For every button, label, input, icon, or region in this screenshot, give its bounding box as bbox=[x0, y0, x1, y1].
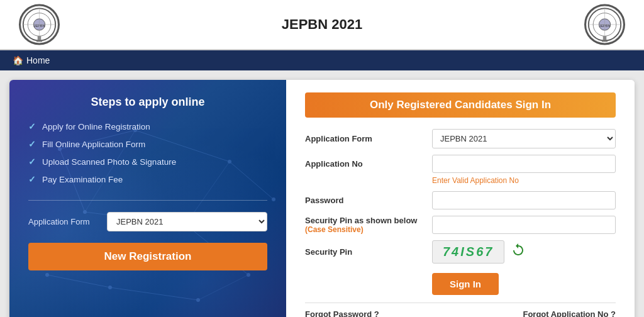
divider bbox=[28, 200, 267, 201]
step-3: ✓ Upload Scanned Photo & Signature bbox=[28, 157, 267, 167]
security-pin-label: Security Pin as shown below bbox=[305, 216, 425, 225]
check-icon-4: ✓ bbox=[28, 174, 36, 184]
left-app-form-row: Application Form JEPBN 2021 bbox=[28, 212, 267, 231]
home-label: Home bbox=[26, 55, 50, 65]
steps-list: ✓ Apply for Online Registration ✓ Fill O… bbox=[28, 121, 267, 184]
left-panel: Steps to apply online ✓ Apply for Online… bbox=[9, 80, 286, 317]
password-input[interactable] bbox=[432, 191, 616, 209]
app-no-input[interactable] bbox=[432, 155, 616, 173]
svg-rect-7 bbox=[36, 40, 42, 42]
right-panel-header: Only Registered Candidates Sign In bbox=[305, 92, 616, 118]
step-4-label: Pay Examination Fee bbox=[42, 175, 123, 184]
step-1-label: Apply for Online Registration bbox=[42, 122, 150, 131]
left-app-form-label: Application Form bbox=[28, 217, 101, 226]
home-icon: 🏠 bbox=[13, 55, 23, 65]
right-panel: Only Registered Candidates Sign In Appli… bbox=[286, 80, 635, 317]
step-3-label: Upload Scanned Photo & Signature bbox=[42, 157, 176, 167]
check-icon-2: ✓ bbox=[28, 139, 36, 149]
svg-line-31 bbox=[47, 275, 110, 287]
logo-right-image: JEPBN bbox=[584, 4, 625, 45]
forgot-password-link[interactable]: Forgot Password ? bbox=[305, 309, 379, 317]
password-label: Password bbox=[305, 196, 425, 205]
refresh-icon bbox=[511, 243, 526, 258]
network-bg bbox=[9, 80, 286, 317]
step-2: ✓ Fill Online Application Form bbox=[28, 139, 267, 149]
sign-in-button[interactable]: Sign In bbox=[432, 273, 499, 295]
step-1: ✓ Apply for Online Registration bbox=[28, 121, 267, 131]
app-form-label: Application Form bbox=[305, 134, 425, 143]
app-no-error: Enter Valid Application No bbox=[432, 176, 616, 185]
app-form-select[interactable]: JEPBN 2021 bbox=[432, 129, 616, 148]
forgot-app-no-link[interactable]: Forgot Application No ? bbox=[523, 309, 616, 317]
svg-line-36 bbox=[198, 275, 248, 300]
svg-rect-14 bbox=[603, 36, 607, 40]
security-pin-container: 74IS67 bbox=[432, 240, 616, 264]
app-no-label: Application No bbox=[305, 159, 425, 169]
home-link[interactable]: 🏠 Home bbox=[13, 55, 50, 65]
left-app-form-select[interactable]: JEPBN 2021 bbox=[107, 212, 267, 231]
new-registration-button[interactable]: New Registration bbox=[28, 243, 267, 270]
security-pin-value: 74IS67 bbox=[432, 240, 504, 264]
security-pin-input[interactable] bbox=[432, 216, 616, 234]
page-title: JEPBN 2021 bbox=[282, 16, 362, 33]
main-content: Steps to apply online ✓ Apply for Online… bbox=[9, 80, 635, 317]
security-pin-field-label: Security Pin bbox=[305, 247, 425, 257]
sign-in-row: Sign In bbox=[432, 270, 616, 295]
navbar: 🏠 Home bbox=[0, 50, 644, 70]
step-2-label: Fill Online Application Form bbox=[42, 140, 145, 149]
check-icon-3: ✓ bbox=[28, 157, 36, 167]
svg-rect-15 bbox=[602, 40, 608, 42]
svg-rect-6 bbox=[38, 36, 42, 40]
security-pin-sublabel: (Case Sensitive) bbox=[305, 225, 425, 234]
svg-line-32 bbox=[110, 287, 198, 300]
sign-in-form: Application Form JEPBN 2021 Application … bbox=[305, 129, 616, 295]
refresh-captcha-button[interactable] bbox=[511, 243, 526, 261]
check-icon-1: ✓ bbox=[28, 121, 36, 131]
step-4: ✓ Pay Examination Fee bbox=[28, 174, 267, 184]
logo-left: JEPBN bbox=[19, 4, 60, 45]
logo-right: JEPBN bbox=[584, 4, 625, 45]
security-pin-label-group: Security Pin as shown below (Case Sensit… bbox=[305, 216, 425, 234]
page-header: JEPBN JEPBN 2021 JEPBN bbox=[0, 0, 644, 50]
left-panel-title: Steps to apply online bbox=[28, 96, 267, 109]
forgot-row: Forgot Password ? Forgot Application No … bbox=[305, 303, 616, 317]
logo-left-image: JEPBN bbox=[19, 4, 60, 45]
